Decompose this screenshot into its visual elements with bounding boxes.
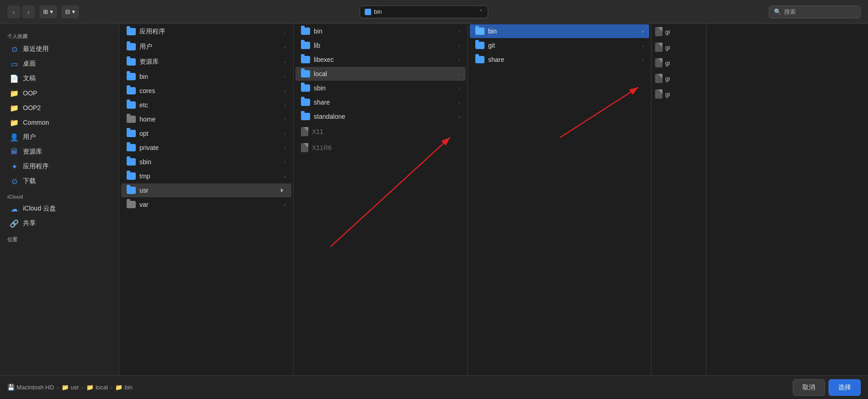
sidebar-item-oop[interactable]: 📁 OOP xyxy=(3,86,116,100)
sidebar: 个人收藏 ⊙ 最近使用 ▭ 桌面 📄 文稿 📁 OOP 📁 OOP2 📁 Com… xyxy=(0,24,119,375)
file-name: gi xyxy=(665,60,670,66)
list-item[interactable]: lib › xyxy=(295,39,466,52)
bottom-bar: 💾 Macintosh HD › 📁 usr › 📁 local › 📁 bin… xyxy=(0,375,868,399)
list-item[interactable]: 用户 › xyxy=(121,39,291,54)
chevron-right-icon: › xyxy=(458,43,460,48)
sidebar-item-label: Common xyxy=(23,119,49,126)
file-name: var xyxy=(139,201,280,208)
file-name: gi xyxy=(665,44,670,51)
sidebar-item-library[interactable]: 🏛 资源库 xyxy=(3,145,116,159)
toolbar: ‹ › ⊞ ▾ ⊟ ▾ bin ⌃ 🔍 搜索 xyxy=(0,0,868,24)
location-bar[interactable]: bin ⌃ xyxy=(360,6,488,18)
breadcrumb-text: usr xyxy=(71,384,79,391)
chevron-right-icon: › xyxy=(284,131,286,136)
folder-icon xyxy=(127,187,136,194)
list-item[interactable]: share › xyxy=(295,95,466,109)
file-name: X11 xyxy=(312,128,460,135)
file-icon xyxy=(655,58,662,67)
back-button[interactable]: ‹ xyxy=(7,6,20,18)
list-item[interactable]: gi xyxy=(651,86,706,102)
sidebar-item-shared[interactable]: 🔗 共享 xyxy=(3,216,116,230)
view-grid-button[interactable]: ⊟ ▾ xyxy=(61,6,79,18)
apps-icon: ✦ xyxy=(10,162,18,171)
file-name: bin xyxy=(314,28,455,35)
list-item[interactable]: X11 xyxy=(295,124,466,139)
list-item[interactable]: sbin › xyxy=(121,155,291,169)
columns-chevron: ▾ xyxy=(50,8,53,15)
list-item[interactable]: bin › xyxy=(470,24,649,38)
sidebar-item-documents[interactable]: 📄 文稿 xyxy=(3,72,116,85)
folder-icon xyxy=(301,113,310,120)
folder-icon: 📁 xyxy=(61,384,69,391)
list-item[interactable]: etc › xyxy=(121,98,291,112)
folder-icon xyxy=(301,84,310,92)
list-item[interactable]: cores › xyxy=(121,84,291,98)
view-columns-button[interactable]: ⊞ ▾ xyxy=(39,6,57,18)
sidebar-item-common[interactable]: 📁 Common xyxy=(3,116,116,129)
sidebar-item-downloads[interactable]: ⊙ 下载 xyxy=(3,174,116,188)
file-name: gi xyxy=(665,28,670,35)
list-item[interactable]: git › xyxy=(470,39,649,52)
list-item[interactable]: home › xyxy=(121,112,291,126)
chevron-right-icon: › xyxy=(284,202,286,207)
select-button[interactable]: 选择 xyxy=(829,379,861,396)
file-icon xyxy=(655,74,662,83)
home-folder-icon xyxy=(127,116,136,123)
sidebar-item-desktop[interactable]: ▭ 桌面 xyxy=(3,57,116,71)
file-icon xyxy=(655,27,662,36)
list-item[interactable]: X11R6 xyxy=(295,140,466,155)
list-item[interactable]: gi xyxy=(651,24,706,39)
search-bar[interactable]: 🔍 搜索 xyxy=(769,6,861,18)
folder-icon: 📁 xyxy=(115,384,122,391)
file-name: cores xyxy=(139,87,280,94)
sidebar-item-recent[interactable]: ⊙ 最近使用 xyxy=(3,42,116,56)
list-item[interactable]: gi xyxy=(651,39,706,55)
sidebar-item-apps[interactable]: ✦ 应用程序 xyxy=(3,160,116,173)
list-item[interactable]: opt › xyxy=(121,127,291,140)
breadcrumb: 💾 Macintosh HD › 📁 usr › 📁 local › 📁 bin xyxy=(7,384,789,391)
chevron-right-icon: › xyxy=(458,28,460,34)
icloud-label: iCloud xyxy=(0,188,119,201)
list-item[interactable]: bin › xyxy=(295,24,466,38)
file-browser: 应用程序 › 用户 › 资源库 › bin › cores › xyxy=(119,24,868,375)
list-item[interactable]: local › xyxy=(295,67,466,81)
folder-icon-common: 📁 xyxy=(10,118,18,127)
list-item[interactable]: standalone › xyxy=(295,110,466,123)
file-name: bin xyxy=(488,28,638,35)
list-item[interactable]: gi xyxy=(651,55,706,71)
list-item[interactable]: 应用程序 › xyxy=(121,24,291,39)
folder-icon xyxy=(127,144,136,151)
folder-icon xyxy=(127,130,136,137)
file-icon xyxy=(655,89,662,99)
folder-icon xyxy=(301,42,310,49)
list-item[interactable]: sbin › xyxy=(295,81,466,95)
list-item[interactable]: gi xyxy=(651,71,706,86)
sidebar-item-oop2[interactable]: 📁 OOP2 xyxy=(3,101,116,115)
file-name: etc xyxy=(139,101,280,109)
grid-chevron: ▾ xyxy=(72,8,75,15)
favorites-label: 个人收藏 xyxy=(0,28,119,42)
sidebar-item-label: 共享 xyxy=(23,219,36,227)
chevron-right-icon: › xyxy=(284,59,286,65)
cloud-icon: ☁ xyxy=(10,205,18,213)
list-item[interactable]: usr xyxy=(121,183,291,197)
folder-icon xyxy=(127,43,136,50)
list-item[interactable]: tmp › xyxy=(121,169,291,183)
cancel-button[interactable]: 取消 xyxy=(793,379,825,396)
chevron-right-icon: › xyxy=(284,159,286,165)
chevron-right-icon: › xyxy=(284,145,286,150)
breadcrumb-text: Macintosh HD xyxy=(17,384,54,391)
library-icon: 🏛 xyxy=(10,148,18,156)
forward-button[interactable]: › xyxy=(22,6,35,18)
list-item[interactable]: bin › xyxy=(121,70,291,83)
sidebar-item-icloud-drive[interactable]: ☁ iCloud 云盘 xyxy=(3,202,116,216)
list-item[interactable]: share › xyxy=(470,53,649,66)
list-item[interactable]: private › xyxy=(121,141,291,155)
sidebar-item-user[interactable]: 👤 用户 xyxy=(3,130,116,144)
sidebar-item-label: 文稿 xyxy=(23,74,36,83)
list-item[interactable]: libexec › xyxy=(295,53,466,66)
sidebar-item-label: 桌面 xyxy=(23,60,36,68)
list-item[interactable]: 资源库 › xyxy=(121,55,291,69)
breadcrumb-item: 📁 local xyxy=(86,384,108,391)
list-item[interactable]: var › xyxy=(121,198,291,211)
